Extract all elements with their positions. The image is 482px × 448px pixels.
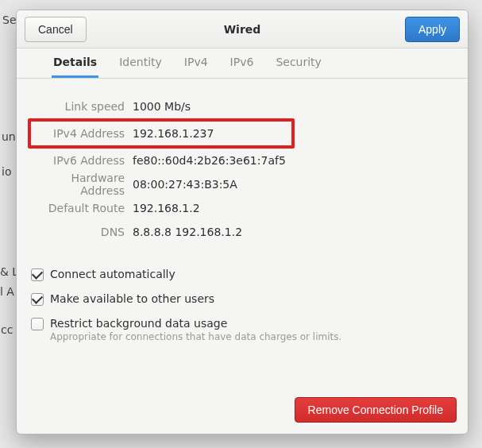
- tab-identity[interactable]: Identity: [118, 48, 164, 78]
- detail-value: 8.8.8.8 192.168.1.2: [133, 226, 242, 238]
- restrict-background-option[interactable]: Restrict background data usage Appropria…: [31, 317, 453, 342]
- bg-text: un: [2, 130, 16, 143]
- bg-text: Se: [2, 14, 17, 26]
- checkbox-label: Restrict background data usage: [50, 317, 341, 330]
- detail-ipv6-address: IPv6 Address fe80::60d4:2b26:3e61:7af5: [31, 149, 453, 172]
- bg-text: io: [2, 165, 11, 178]
- detail-value: 192.168.1.2: [133, 202, 200, 214]
- checkbox-icon[interactable]: [31, 268, 44, 281]
- detail-label: IPv4 Address: [31, 127, 133, 140]
- detail-ipv4-address: IPv4 Address 192.168.1.237: [31, 122, 291, 145]
- detail-label: Hardware Address: [31, 172, 133, 197]
- detail-default-route: Default Route 192.168.1.2: [31, 196, 453, 220]
- tabs-bar: Details Identity IPv4 IPv6 Security: [17, 48, 468, 79]
- tab-details[interactable]: Details: [52, 48, 98, 78]
- available-to-others-option[interactable]: Make available to other users: [31, 292, 453, 306]
- tab-ipv6[interactable]: IPv6: [229, 48, 256, 78]
- detail-dns: DNS 8.8.8.8 192.168.1.2: [31, 220, 453, 244]
- detail-link-speed: Link speed 1000 Mb/s: [31, 95, 453, 118]
- ipv4-highlight: IPv4 Address 192.168.1.237: [28, 118, 295, 149]
- dialog-footer: Remove Connection Profile: [17, 386, 468, 434]
- detail-value: fe80::60d4:2b26:3e61:7af5: [133, 154, 286, 167]
- checkbox-label: Make available to other users: [50, 292, 214, 305]
- dialog-header: Cancel Wired Apply: [17, 10, 468, 48]
- tab-ipv4[interactable]: IPv4: [183, 48, 210, 78]
- detail-hardware-address: Hardware Address 08:00:27:43:B3:5A: [31, 172, 453, 196]
- detail-value: 08:00:27:43:B3:5A: [133, 178, 237, 191]
- detail-label: Link speed: [31, 100, 133, 113]
- detail-label: Default Route: [31, 202, 133, 214]
- tab-security[interactable]: Security: [274, 48, 323, 78]
- bg-text: cc: [1, 323, 13, 336]
- cancel-button[interactable]: Cancel: [25, 17, 87, 42]
- wired-settings-dialog: Cancel Wired Apply Details Identity IPv4…: [16, 10, 469, 434]
- detail-value: 192.168.1.237: [133, 127, 214, 140]
- remove-connection-button[interactable]: Remove Connection Profile: [295, 397, 457, 423]
- checkbox-icon[interactable]: [31, 318, 44, 330]
- details-content: Link speed 1000 Mb/s IPv4 Address 192.16…: [17, 79, 468, 386]
- apply-button[interactable]: Apply: [405, 17, 460, 42]
- options-section: Connect automatically Make available to …: [31, 268, 453, 342]
- checkbox-label: Connect automatically: [50, 268, 175, 280]
- checkbox-sublabel: Appropriate for connections that have da…: [50, 331, 341, 342]
- connect-automatically-option[interactable]: Connect automatically: [31, 268, 453, 281]
- bg-text: l A: [0, 285, 14, 298]
- checkbox-icon[interactable]: [31, 293, 44, 306]
- detail-value: 1000 Mb/s: [133, 100, 191, 113]
- detail-label: IPv6 Address: [31, 154, 133, 167]
- detail-label: DNS: [31, 226, 133, 238]
